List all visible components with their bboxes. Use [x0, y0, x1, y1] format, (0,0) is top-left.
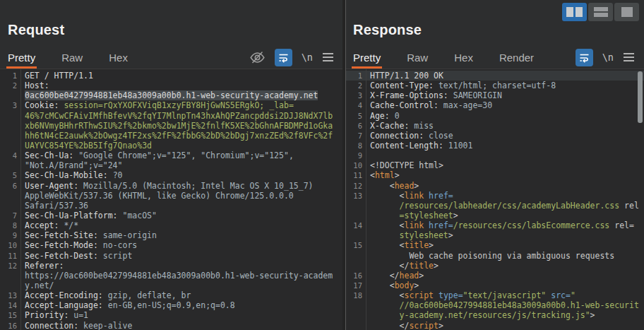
code-text: </title>	[366, 261, 439, 271]
code-segment: >	[434, 261, 439, 271]
tab-hex[interactable]: Hex	[109, 46, 128, 69]
code-line[interactable]: 16Connection: keep-alive	[0, 321, 343, 330]
code-line[interactable]: 17 <body>	[345, 281, 644, 290]
code-segment: Connection:	[370, 131, 424, 141]
code-line[interactable]: //0ac600be0427994881eb48a3009a00b0.h1-we…	[345, 300, 644, 310]
menu-icon[interactable]	[322, 52, 334, 62]
line-number: 4	[345, 100, 366, 110]
code-line[interactable]: 3Cookie: session=rQxYXOFXViqB1xzyFBY8HjG…	[0, 100, 343, 110]
request-editor[interactable]: 1GET / HTTP/1.12Host:0ac600be0427994881e…	[0, 69, 343, 330]
newline-icon[interactable]: \n	[302, 52, 313, 63]
code-line[interactable]: 18 <script type="text/javascript" src="	[345, 290, 644, 300]
single-pane-button[interactable]	[614, 3, 639, 21]
tab-pretty[interactable]: Pretty	[353, 46, 381, 69]
code-line[interactable]: AppleWebKit/537.36 (KHTML, like Gecko) C…	[0, 191, 343, 201]
tab-render[interactable]: Render	[499, 46, 534, 69]
code-line[interactable]: 8Accept: */*	[0, 220, 343, 230]
tab-raw[interactable]: Raw	[61, 46, 83, 69]
response-title: Response	[353, 22, 422, 38]
code-line[interactable]: =stylesheet>	[345, 211, 644, 220]
code-line[interactable]: xb6NVmyBHhrRThwSIU%2f%2bkmo%2bw1MjE%2fnl…	[0, 121, 343, 131]
code-line[interactable]: 10Sec-Fetch-Mode: no-cors	[0, 240, 343, 250]
line-number: 12	[345, 181, 366, 191]
menu-icon[interactable]	[623, 52, 635, 62]
code-line[interactable]: Safari/537.36	[0, 201, 343, 211]
code-line[interactable]: 13 <link href=	[345, 191, 644, 201]
code-line[interactable]: hh6tN4cE2auwk%2bOwgz4TF2xs%2fF%2fbbG%2bD…	[0, 131, 343, 141]
code-line[interactable]: https://0ac600be0427994881eb48a3009a00b0…	[0, 271, 343, 281]
tab-raw[interactable]: Raw	[407, 46, 428, 69]
code-segment: link	[404, 191, 424, 201]
code-text: Sec-Ch-Ua-Platform: "macOS"	[20, 211, 157, 220]
code-segment: 11001	[443, 141, 473, 151]
split-columns-button[interactable]	[562, 3, 587, 21]
code-text: <title>	[366, 240, 434, 250]
line-number: 7	[0, 211, 20, 220]
line-number: 10	[345, 160, 366, 170]
code-line[interactable]: UAYVC854YE%2bB5Ifg7Qnao%3d	[0, 141, 343, 151]
newline-icon[interactable]: \n	[602, 52, 614, 63]
line-number: 18	[345, 290, 366, 300]
code-text: Priority: u=1	[20, 310, 88, 320]
code-line[interactable]: 12 <head>	[345, 181, 644, 191]
code-line[interactable]: y.net/	[0, 281, 343, 290]
tab-pretty[interactable]: Pretty	[8, 46, 35, 69]
code-line[interactable]: 13Accept-Encoding: gzip, deflate, br	[0, 290, 343, 300]
code-line[interactable]: 11<html>	[345, 170, 644, 180]
code-segment: Accept:	[25, 220, 59, 230]
code-segment: Sec-Fetch-Dest:	[25, 251, 98, 261]
code-line[interactable]: 9	[345, 151, 644, 160]
code-segment: Cache-Control:	[370, 100, 439, 110]
code-segment: Sec-Ch-Ua-Platform:	[25, 211, 118, 220]
code-line[interactable]: 5Sec-Ch-Ua-Mobile: ?0	[0, 170, 343, 180]
code-line[interactable]: 1GET / HTTP/1.1	[0, 71, 343, 81]
request-toolbar: \n	[249, 49, 334, 66]
code-line[interactable]: 4Sec-Ch-Ua: "Google Chrome";v="125", "Ch…	[0, 151, 343, 160]
code-line[interactable]: "Not.A/Brand";v="24"	[0, 160, 343, 170]
code-segment: script	[98, 251, 132, 261]
code-line[interactable]: stylesheet>	[345, 230, 644, 240]
code-line[interactable]: y-academy.net/resources/js/tracking.js">	[345, 310, 644, 320]
code-line[interactable]: /resources/labheader/css/academyLabHeade…	[345, 201, 644, 211]
code-line[interactable]: 0ac600be0427994881eb48a3009a00b0.h1-web-…	[0, 90, 343, 100]
code-segment	[370, 230, 400, 240]
code-segment: keep-alive	[78, 321, 132, 330]
tab-hex[interactable]: Hex	[454, 46, 473, 69]
vertical-scrollbar[interactable]	[638, 71, 643, 123]
code-line[interactable]: Web cache poisoning via ambiguous reques…	[345, 251, 644, 261]
panel-divider[interactable]	[342, 0, 346, 330]
code-line[interactable]: </script>	[345, 321, 644, 330]
code-line[interactable]: 6User-Agent: Mozilla/5.0 (Macintosh; Int…	[0, 181, 343, 191]
code-line[interactable]: 10<!DOCTYPE html>	[345, 160, 644, 170]
code-line[interactable]: 2Host:	[0, 81, 343, 90]
code-line[interactable]: 1HTTP/1.1 200 OK	[345, 71, 644, 81]
code-line[interactable]: 5Age: 0	[345, 111, 644, 121]
code-line[interactable]: 16 </head>	[345, 271, 644, 281]
word-wrap-icon[interactable]	[576, 49, 593, 66]
code-line[interactable]: </title>	[345, 261, 644, 271]
code-segment: /resources/css/labsEcommerce.css	[453, 220, 610, 230]
eye-hidden-icon[interactable]	[249, 51, 266, 64]
code-line[interactable]: 14Accept-Language: en-GB,en-US;q=0.9,en;…	[0, 300, 343, 310]
word-wrap-icon[interactable]	[275, 49, 292, 66]
code-line[interactable]: 15 <title>	[345, 240, 644, 250]
code-line[interactable]: 3X-Frame-Options: SAMEORIGIN	[345, 90, 644, 100]
code-line[interactable]: 7Sec-Ch-Ua-Platform: "macOS"	[0, 211, 343, 220]
code-line[interactable]: 15Priority: u=1	[0, 310, 343, 320]
code-text: https://0ac600be0427994881eb48a3009a00b0…	[20, 271, 333, 281]
code-line[interactable]: 46%7cMCwCFAivIMfhBfevV%2fqYI7MlnpTn43hxA…	[0, 111, 343, 121]
response-editor[interactable]: 1HTTP/1.1 200 OK2Content-Type: text/html…	[345, 69, 644, 330]
code-segment: /resources/labheader/css/academyLabHeade…	[400, 201, 620, 211]
code-line[interactable]: 11Sec-Fetch-Dest: script	[0, 251, 343, 261]
code-line[interactable]: 8Content-Length: 11001	[345, 141, 644, 151]
code-line[interactable]: 2Content-Type: text/html; charset=utf-8	[345, 81, 644, 90]
code-line[interactable]: 4Cache-Control: max-age=30	[345, 100, 644, 110]
code-line[interactable]: 6X-Cache: miss	[345, 121, 644, 131]
code-line[interactable]: 7Connection: close	[345, 131, 644, 141]
code-line[interactable]: 14 <link href=/resources/css/labsEcommer…	[345, 220, 644, 230]
code-segment: Sec-Fetch-Mode:	[25, 240, 98, 250]
split-rows-button[interactable]	[588, 3, 613, 21]
code-line[interactable]: 12Referer:	[0, 261, 343, 271]
code-text: GET / HTTP/1.1	[20, 71, 93, 81]
code-line[interactable]: 9Sec-Fetch-Site: same-origin	[0, 230, 343, 240]
